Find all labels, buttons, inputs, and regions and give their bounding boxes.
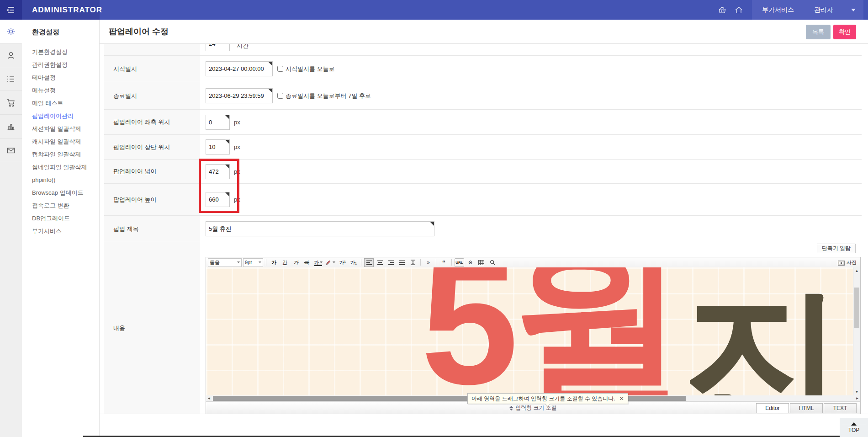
- editor-vertical-scrollbar[interactable]: ▲ ▼: [853, 267, 860, 395]
- popup-title-input[interactable]: [206, 221, 434, 236]
- confirm-button[interactable]: 확인: [833, 25, 856, 39]
- end-datetime-input[interactable]: [206, 88, 273, 103]
- align-left-button[interactable]: [364, 258, 374, 267]
- start-today-checkbox[interactable]: [277, 66, 283, 72]
- chevron-down-icon: [333, 261, 335, 263]
- required-corner-icon: [225, 192, 229, 197]
- admin-dropdown-button[interactable]: [843, 0, 863, 20]
- menu-item-access-log[interactable]: 접속로그 변환: [32, 199, 99, 212]
- tab-html[interactable]: HTML: [790, 403, 823, 413]
- photo-icon: [838, 260, 845, 266]
- form-row-left-position: 팝업레이어 좌측 위치 px: [104, 109, 862, 134]
- align-center-button[interactable]: [375, 258, 385, 267]
- end-plus7days-checkbox[interactable]: [277, 93, 283, 99]
- menu-item-popup-layer[interactable]: 팝업레이어관리: [32, 110, 99, 123]
- person-icon: [6, 50, 16, 60]
- superscript-button[interactable]: 가¹: [338, 258, 347, 267]
- checkbox-label: 종료일시를 오늘로부터 7일 후로: [286, 92, 371, 100]
- editor-content-canvas[interactable]: 5월 진료: [206, 267, 860, 395]
- sidebar-item-members[interactable]: [0, 43, 22, 67]
- tab-text[interactable]: TEXT: [824, 403, 857, 413]
- menu-item-theme[interactable]: 테마설정: [32, 71, 99, 84]
- menu-item-mail-test[interactable]: 메일 테스트: [32, 97, 99, 110]
- field-label: 팝업레이어 상단 위치: [104, 135, 200, 159]
- menu-item-session-clear[interactable]: 세션파일 일괄삭제: [32, 123, 99, 135]
- wysiwyg-editor: 돋움 9pt 가 간 가 과 가 가¹ 가₁: [206, 257, 861, 414]
- font-size-select[interactable]: 9pt: [243, 258, 263, 267]
- form-row-start-datetime: 시작일시 시작일시를 오늘로: [104, 55, 862, 82]
- icon-sidebar: [0, 20, 22, 437]
- menu-item-captcha-clear[interactable]: 캡챠파일 일괄삭제: [32, 148, 99, 161]
- align-right-button[interactable]: [386, 258, 396, 267]
- url-link-button[interactable]: URL: [455, 258, 464, 267]
- align-center-icon: [377, 260, 383, 265]
- more-tools-button[interactable]: »: [423, 258, 433, 267]
- brand-title: ADMINISTRATOR: [22, 0, 100, 20]
- px-suffix: px: [234, 144, 240, 150]
- highlight-button[interactable]: [325, 258, 336, 267]
- find-button[interactable]: [487, 258, 497, 267]
- photo-upload-button[interactable]: 사진: [836, 258, 858, 267]
- sidebar-item-shop[interactable]: [0, 91, 22, 115]
- scroll-down-arrow[interactable]: ▼: [853, 389, 860, 395]
- shop-icon[interactable]: [717, 5, 727, 15]
- menu-item-basic-config[interactable]: 기본환경설정: [32, 46, 99, 59]
- hours-input[interactable]: [206, 43, 230, 51]
- font-color-button[interactable]: 가: [313, 258, 323, 267]
- menu-heading: 환경설정: [32, 28, 99, 37]
- close-icon[interactable]: ✕: [619, 396, 624, 401]
- subscript-button[interactable]: 가₁: [349, 258, 358, 267]
- line-height-button[interactable]: [408, 258, 418, 267]
- align-justify-button[interactable]: [397, 258, 407, 267]
- required-corner-icon: [268, 89, 272, 93]
- special-char-button[interactable]: ※: [466, 258, 475, 267]
- menu-item-admin-auth[interactable]: 관리권한설정: [32, 59, 99, 71]
- envelope-icon: [6, 145, 16, 155]
- scroll-right-arrow[interactable]: ►: [854, 395, 860, 401]
- scroll-up-arrow[interactable]: ▲: [853, 267, 860, 274]
- content-divider: [100, 414, 868, 414]
- field-label: 시작일시: [104, 56, 200, 82]
- tab-editor[interactable]: Editor: [756, 403, 789, 413]
- gear-icon: [6, 27, 16, 37]
- scroll-to-top-button[interactable]: TOP: [840, 418, 868, 437]
- home-icon[interactable]: [734, 5, 744, 15]
- sidebar-item-board[interactable]: [0, 67, 22, 91]
- list-button[interactable]: 목록: [806, 25, 831, 39]
- underline-button[interactable]: 간: [280, 258, 290, 267]
- popup-banner-text-red: 5월: [421, 267, 678, 395]
- blockquote-button[interactable]: “: [439, 258, 449, 267]
- form-row-hours-partial: 시간: [104, 43, 862, 55]
- vertical-scroll-thumb[interactable]: [854, 288, 859, 328]
- form-row-end-datetime: 종료일시 종료일시를 오늘로부터 7일 후로: [104, 82, 862, 109]
- sidebar-item-mail[interactable]: [0, 139, 22, 162]
- cart-icon: [6, 98, 16, 108]
- menu-item-cache-clear[interactable]: 캐시파일 일괄삭제: [32, 135, 99, 148]
- search-icon: [490, 260, 495, 265]
- menu-item-thumbnail-clear[interactable]: 썸네일파일 일괄삭제: [32, 161, 99, 174]
- menu-item-addon-service[interactable]: 부가서비스: [32, 225, 99, 238]
- sidebar-item-config[interactable]: [0, 20, 22, 43]
- resize-label: 입력창 크기 조절: [509, 404, 557, 412]
- sidebar-item-stats[interactable]: [0, 115, 22, 139]
- menu-item-db-upgrade[interactable]: DB업그레이드: [32, 212, 99, 225]
- field-label: 팝업 제목: [104, 216, 200, 242]
- menu-item-menu-config[interactable]: 메뉴설정: [32, 84, 99, 97]
- shortcut-list-button[interactable]: 단축키 일람: [817, 244, 856, 253]
- table-button[interactable]: [476, 258, 486, 267]
- font-family-select[interactable]: 돋움: [208, 258, 242, 267]
- start-datetime-input[interactable]: [206, 61, 273, 76]
- chevron-down-icon: [851, 9, 856, 11]
- addon-service-button[interactable]: 부가서비스: [752, 0, 804, 20]
- checkbox-label: 시작일시를 오늘로: [286, 65, 335, 73]
- italic-button[interactable]: 가: [291, 258, 301, 267]
- menu-item-browscap[interactable]: Browscap 업데이트: [32, 187, 99, 199]
- resize-tooltip: 아래 영역을 드래그하여 입력창 크기를 조절할 수 있습니다. ✕: [467, 393, 628, 404]
- menu-item-phpinfo[interactable]: phpinfo(): [32, 174, 99, 187]
- admin-account-button[interactable]: 관리자: [804, 0, 843, 20]
- bar-chart-icon: [6, 122, 16, 132]
- bold-button[interactable]: 가: [269, 258, 279, 267]
- strikethrough-button[interactable]: 과: [302, 258, 312, 267]
- sidebar-collapse-button[interactable]: [0, 0, 22, 20]
- scroll-left-arrow[interactable]: ◄: [206, 395, 212, 401]
